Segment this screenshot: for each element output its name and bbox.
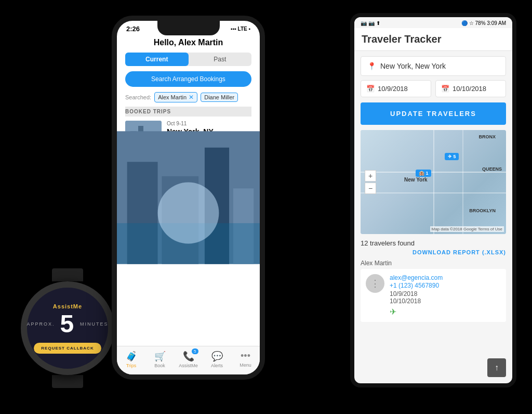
book-icon: 🛒	[154, 351, 166, 362]
end-date-field[interactable]: 📅 10/10/2018	[435, 80, 506, 97]
iphone-notch	[157, 21, 220, 35]
watch-app-name: AssistMe	[53, 303, 82, 309]
map-bronx-label: BRONX	[478, 134, 496, 139]
nav-trips[interactable]: 🧳 Trips	[117, 351, 145, 368]
iphone-content: Hello, Alex Martin Current Past Search A…	[117, 35, 260, 248]
update-travelers-button[interactable]: UPDATE TRAVELERS	[361, 102, 506, 125]
traveler-avatar: ⋮	[366, 274, 384, 293]
menu-icon: •••	[241, 351, 250, 361]
location-pin-icon: 📍	[367, 62, 376, 70]
hotel-marker-icon: 🏨	[419, 171, 424, 176]
location-value: New York, New York	[380, 62, 446, 70]
traveler-flight-icon: ✈	[390, 307, 501, 317]
flight-marker-icon: ✈	[448, 154, 452, 159]
traveler-phone[interactable]: +1 (123) 4567890	[390, 282, 501, 289]
nav-book[interactable]: 🛒 Book	[145, 351, 174, 368]
calendar-end-icon: 📅	[441, 85, 449, 93]
traveler-card: ⋮ alex@egencia.com +1 (123) 4567890 10/9…	[361, 269, 506, 322]
watch-device: AssistMe APPROX. 5 MINUTES REQUEST CALLB…	[16, 268, 119, 383]
traveler-email[interactable]: alex@egencia.com	[390, 274, 501, 281]
android-time-battery: 🔵 ☆ 78% 3:09 AM	[461, 20, 506, 26]
traveler-info: alex@egencia.com +1 (123) 4567890 10/9/2…	[390, 274, 501, 317]
zoom-in-button[interactable]: +	[365, 170, 376, 182]
end-date-value: 10/10/2018	[453, 85, 486, 93]
watch-band-bottom	[52, 375, 83, 388]
android-page-title: Traveler Tracker	[354, 28, 512, 51]
travelers-found-count: 12 travelers found	[361, 239, 506, 247]
zoom-out-button[interactable]: −	[365, 183, 376, 194]
download-report-link[interactable]: DOWNLOAD REPORT (.XLSX)	[361, 249, 506, 255]
alerts-icon: 💬	[211, 351, 223, 362]
traveler-checkout-date: 10/10/2018	[390, 297, 501, 305]
assist-badge: 5	[192, 348, 198, 354]
watch-approx-label: APPROX.	[26, 321, 55, 327]
map-background: BRONX QUEENS BROOKLYN 🏨 1 ✈ 5 New York	[361, 130, 506, 234]
watch-body: AssistMe APPROX. 5 MINUTES REQUEST CALLB…	[21, 281, 114, 375]
android-content: 📍 New York, New York 📅 10/9/2018 📅 10/10…	[354, 51, 512, 327]
svg-rect-8	[127, 164, 158, 198]
map-marker-hotel: 🏨 1	[416, 170, 431, 177]
map-road-3	[433, 130, 434, 234]
map-area: BRONX QUEENS BROOKLYN 🏨 1 ✈ 5 New York	[361, 130, 506, 234]
start-date-field[interactable]: 📅 10/9/2018	[361, 80, 431, 97]
nav-menu[interactable]: ••• Menu	[231, 351, 260, 368]
trip-image-chicago	[125, 164, 162, 198]
location-field[interactable]: 📍 New York, New York	[361, 56, 506, 76]
iphone-device: 2:26 ▪▪▪ LTE ▪ Hello, Alex Martin Curren…	[112, 16, 273, 400]
map-attribution: Map data ©2018 Google Terms of Use	[430, 226, 504, 232]
scroll-up-button[interactable]: ↑	[487, 358, 506, 377]
map-marker-flight: ✈ 5	[445, 153, 459, 160]
trips-icon: 🧳	[126, 351, 137, 362]
android-device: 📷 📷 ⬆ 🔵 ☆ 78% 3:09 AM Traveler Tracker 📍…	[350, 13, 522, 400]
bottom-navigation: 🧳 Trips 🛒 Book 📞 5 AssistMe 💬 Alerts	[117, 346, 260, 374]
map-queens-label: QUEENS	[482, 166, 502, 172]
android-body: 📷 📷 ⬆ 🔵 ☆ 78% 3:09 AM Traveler Tracker 📍…	[350, 13, 516, 387]
watch-minutes-number: 5	[60, 312, 75, 337]
assist-badge-container: 📞 5	[183, 351, 194, 362]
calendar-start-icon: 📅	[366, 85, 375, 93]
map-road-4	[462, 130, 463, 234]
traveler-checkin-date: 10/9/2018	[390, 290, 501, 297]
iphone-body: 2:26 ▪▪▪ LTE ▪ Hello, Alex Martin Curren…	[112, 16, 265, 380]
map-brooklyn-label: BROOKLYN	[469, 208, 496, 213]
watch-callback-button[interactable]: REQUEST CALLBACK	[34, 343, 101, 354]
watch-minutes-label: MINUTES	[80, 321, 109, 327]
trip-item-chicago[interactable]: Oct 22-25 Chicago, IL ✈ ★ Diane Miller	[125, 160, 251, 204]
scene: AssistMe APPROX. 5 MINUTES REQUEST CALLB…	[0, 0, 532, 414]
android-notifications: 📷 📷 ⬆	[361, 20, 380, 26]
nav-alerts[interactable]: 💬 Alerts	[203, 351, 231, 368]
start-date-value: 10/9/2018	[378, 85, 408, 93]
map-city-label: New York	[404, 177, 428, 183]
date-row: 📅 10/9/2018 📅 10/10/2018	[361, 80, 506, 97]
android-status-bar: 📷 📷 ⬆ 🔵 ☆ 78% 3:09 AM	[354, 17, 512, 28]
traveler-section-name: Alex Martin	[361, 260, 506, 267]
nav-assistme[interactable]: 📞 5 AssistMe	[174, 351, 203, 368]
watch-band-top	[52, 268, 83, 281]
map-zoom-controls: + −	[365, 170, 376, 194]
